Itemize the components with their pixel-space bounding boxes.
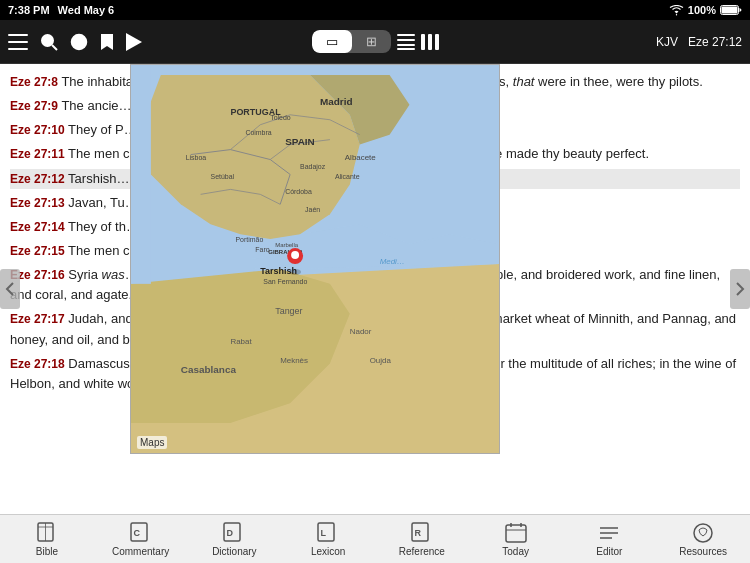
bottom-tab-bar: Bible C Commentary D Dictionary L Lexico… bbox=[0, 514, 750, 563]
battery-icon bbox=[720, 4, 742, 16]
svg-rect-2 bbox=[8, 34, 28, 36]
map-svg: PORTUGAL SPAIN Madrid Lisboa Setúbal Coi… bbox=[131, 65, 499, 453]
tab-editor[interactable]: Editor bbox=[574, 522, 644, 557]
map-overlay[interactable]: PORTUGAL SPAIN Madrid Lisboa Setúbal Coi… bbox=[130, 64, 500, 454]
svg-rect-13 bbox=[421, 34, 425, 50]
svg-text:Marbella: Marbella bbox=[275, 242, 299, 248]
svg-text:Córdoba: Córdoba bbox=[285, 188, 312, 195]
svg-rect-17 bbox=[131, 65, 151, 284]
svg-rect-15 bbox=[435, 34, 439, 50]
svg-text:C: C bbox=[133, 528, 140, 538]
view-switcher[interactable]: ▭ ⊞ bbox=[312, 30, 391, 53]
svg-text:Oujda: Oujda bbox=[370, 356, 392, 365]
maps-label: Maps bbox=[137, 436, 167, 449]
svg-text:Badajoz: Badajoz bbox=[300, 163, 326, 171]
tab-reference-label: Reference bbox=[399, 546, 445, 557]
status-time: 7:38 PM bbox=[8, 4, 50, 16]
tab-lexicon[interactable]: L Lexicon bbox=[293, 522, 363, 557]
svg-rect-4 bbox=[8, 48, 28, 50]
verse-ref: Eze 27:17 bbox=[10, 312, 65, 326]
menu-icon[interactable] bbox=[8, 34, 28, 50]
toolbar: ▭ ⊞ KJV Eze 27:12 bbox=[0, 20, 750, 64]
tab-reference[interactable]: R Reference bbox=[387, 522, 457, 557]
verse-ref: Eze 27:12 bbox=[10, 172, 65, 186]
svg-text:D: D bbox=[227, 528, 234, 538]
svg-marker-8 bbox=[126, 33, 142, 51]
tab-commentary[interactable]: C Commentary bbox=[106, 522, 176, 557]
svg-text:Nador: Nador bbox=[350, 327, 372, 336]
svg-text:Faro: Faro bbox=[255, 246, 269, 253]
status-right: 100% bbox=[669, 4, 742, 16]
nav-prev-button[interactable] bbox=[0, 269, 20, 309]
search-icon[interactable] bbox=[40, 33, 58, 51]
svg-text:SPAIN: SPAIN bbox=[285, 136, 315, 147]
status-left: 7:38 PM Wed May 6 bbox=[8, 4, 114, 16]
status-bar: 7:38 PM Wed May 6 100% bbox=[0, 0, 750, 20]
tab-commentary-label: Commentary bbox=[112, 546, 169, 557]
svg-point-35 bbox=[291, 251, 299, 259]
resources-icon bbox=[692, 522, 714, 544]
column-view-icon[interactable] bbox=[421, 34, 439, 50]
dictionary-icon: D bbox=[223, 522, 245, 544]
tab-bible[interactable]: Bible bbox=[12, 522, 82, 557]
verse-ref: Eze 27:18 bbox=[10, 357, 65, 371]
verse-ref: Eze 27:11 bbox=[10, 147, 65, 161]
view-single[interactable]: ▭ bbox=[312, 30, 352, 53]
tab-bible-label: Bible bbox=[36, 546, 58, 557]
editor-icon bbox=[598, 522, 620, 544]
tab-dictionary[interactable]: D Dictionary bbox=[199, 522, 269, 557]
tab-dictionary-label: Dictionary bbox=[212, 546, 256, 557]
svg-rect-11 bbox=[397, 44, 415, 46]
toolbar-left bbox=[8, 33, 300, 51]
tab-today-label: Today bbox=[502, 546, 529, 557]
verse-ref: Eze 27:9 bbox=[10, 99, 58, 113]
tab-lexicon-label: Lexicon bbox=[311, 546, 345, 557]
commentary-icon: C bbox=[130, 522, 152, 544]
svg-point-5 bbox=[42, 35, 53, 46]
svg-line-6 bbox=[52, 45, 57, 50]
svg-rect-57 bbox=[506, 525, 526, 542]
translation-label[interactable]: KJV bbox=[656, 35, 678, 49]
svg-rect-12 bbox=[397, 48, 415, 50]
svg-text:Rabat: Rabat bbox=[230, 337, 252, 346]
bookmark-icon[interactable] bbox=[100, 33, 114, 51]
history-icon[interactable] bbox=[70, 33, 88, 51]
tab-resources[interactable]: Resources bbox=[668, 522, 738, 557]
battery-percent: 100% bbox=[688, 4, 716, 16]
svg-text:Meknès: Meknès bbox=[280, 356, 308, 365]
svg-rect-3 bbox=[8, 41, 28, 43]
svg-text:Portimão: Portimão bbox=[235, 236, 263, 243]
svg-point-64 bbox=[694, 524, 712, 542]
svg-text:Casablanca: Casablanca bbox=[181, 364, 237, 375]
bible-icon bbox=[36, 522, 58, 544]
verse-ref: Eze 27:10 bbox=[10, 123, 65, 137]
verse-ref: Eze 27:15 bbox=[10, 244, 65, 258]
svg-text:Madrid: Madrid bbox=[320, 96, 353, 107]
reference-icon: R bbox=[411, 522, 433, 544]
play-icon[interactable] bbox=[126, 33, 142, 51]
status-day: Wed May 6 bbox=[58, 4, 115, 16]
svg-text:Lisboa: Lisboa bbox=[186, 154, 207, 161]
lexicon-icon: L bbox=[317, 522, 339, 544]
svg-rect-14 bbox=[428, 34, 432, 50]
reference-label[interactable]: Eze 27:12 bbox=[688, 35, 742, 49]
svg-text:R: R bbox=[414, 528, 421, 538]
view-grid[interactable]: ⊞ bbox=[352, 30, 391, 53]
svg-text:Jaén: Jaén bbox=[305, 206, 320, 213]
svg-rect-9 bbox=[397, 34, 415, 36]
svg-text:Alicante: Alicante bbox=[335, 173, 360, 180]
svg-text:Tarshish: Tarshish bbox=[260, 266, 297, 276]
toolbar-center: ▭ ⊞ bbox=[312, 30, 439, 53]
svg-rect-10 bbox=[397, 39, 415, 41]
svg-text:Tanger: Tanger bbox=[275, 306, 302, 316]
list-view-icon[interactable] bbox=[397, 34, 415, 50]
main-content: Eze 27:8 The inhabitants of Zidon and Ar… bbox=[0, 64, 750, 514]
nav-next-button[interactable] bbox=[730, 269, 750, 309]
svg-text:L: L bbox=[321, 528, 327, 538]
tab-today[interactable]: Today bbox=[481, 522, 551, 557]
verse-ref: Eze 27:14 bbox=[10, 220, 65, 234]
wifi-icon bbox=[669, 5, 684, 16]
tab-editor-label: Editor bbox=[596, 546, 622, 557]
svg-text:Albacete: Albacete bbox=[345, 153, 376, 162]
toolbar-right: KJV Eze 27:12 bbox=[451, 35, 743, 49]
